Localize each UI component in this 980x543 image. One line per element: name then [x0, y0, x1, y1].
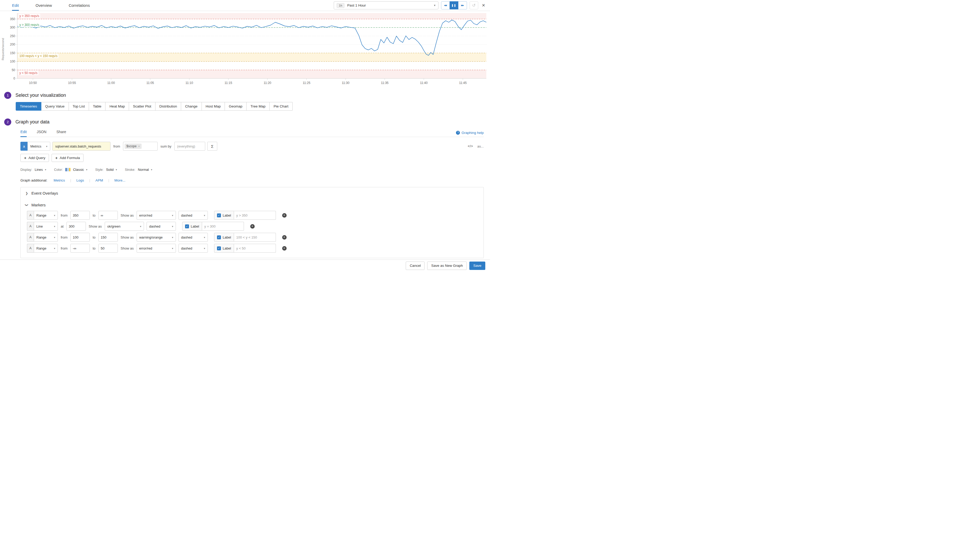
marker-to-input[interactable] [99, 211, 118, 220]
marker-type-select[interactable]: Line ▾ [34, 222, 58, 231]
pause-button[interactable]: ❚❚ [450, 1, 458, 10]
tab-edit[interactable]: Edit [12, 0, 19, 11]
viz-host-map-button[interactable]: Host Map [202, 102, 225, 111]
remove-scope-icon[interactable]: × [138, 144, 140, 148]
close-icon: ✕ [251, 225, 253, 227]
delete-marker-button[interactable]: ✕ [282, 235, 286, 240]
marker-show-as-select[interactable]: error/red ▾ [137, 211, 176, 220]
label-checkbox[interactable]: ✓ [217, 235, 221, 239]
style-select[interactable]: Solid ▾ [106, 168, 117, 171]
aggregator-sigma-button[interactable]: Σ [207, 142, 217, 151]
x-tick-label: 11:35 [381, 81, 388, 85]
editor-tab-share[interactable]: Share [56, 130, 66, 137]
marker-to-input[interactable] [99, 244, 118, 252]
delete-marker-button[interactable]: ✕ [282, 246, 286, 251]
viz-top-list-button[interactable]: Top List [69, 102, 89, 111]
code-view-icon[interactable]: </> [468, 144, 473, 148]
metric-input[interactable] [52, 142, 110, 151]
header-controls: 1h Past 1 Hour ▾ ◀◀ ❚❚ ▶▶ ↺ ✕ [334, 0, 485, 11]
viz-change-button[interactable]: Change [181, 102, 202, 111]
marker-line-style-select[interactable]: dashed ▾ [178, 233, 208, 242]
marker-from-input[interactable] [70, 211, 90, 220]
delete-marker-button[interactable]: ✕ [250, 224, 255, 229]
marker-line-style-select[interactable]: dashed ▾ [178, 244, 208, 252]
query-source-select[interactable]: Metrics ▾ [27, 142, 50, 151]
marker-to-input[interactable] [99, 233, 118, 242]
display-type-select[interactable]: Lines ▾ [35, 168, 46, 171]
marker-type-select[interactable]: Range ▾ [34, 211, 58, 220]
marker-label-input[interactable] [234, 244, 276, 252]
marker-line-style-value: dashed [149, 224, 161, 229]
viz-pie-chart-button[interactable]: Pie Chart [270, 102, 293, 111]
color-select[interactable]: Classic ▾ [65, 168, 88, 171]
sum-by-input[interactable]: (everything) [174, 142, 205, 151]
additional-logs-link[interactable]: Logs [76, 178, 84, 182]
viz-scatter-plot-button[interactable]: Scatter Plot [129, 102, 156, 111]
viz-heat-map-button[interactable]: Heat Map [105, 102, 129, 111]
additional-more-link[interactable]: More... [115, 178, 126, 182]
marker-line-style-select[interactable]: dashed ▾ [146, 222, 176, 231]
add-query-button[interactable]: + Add Query [21, 154, 49, 162]
marker-label-input[interactable] [234, 211, 276, 220]
y-tick-label: 0 [13, 77, 15, 80]
marker-type-select[interactable]: Range ▾ [34, 233, 58, 242]
marker-at-input[interactable] [67, 222, 86, 231]
chevron-down-icon: ▾ [172, 225, 173, 228]
time-range-select[interactable]: 1h Past 1 Hour ▾ [334, 1, 438, 10]
marker-show-as-select[interactable]: error/red ▾ [137, 244, 176, 252]
as-link[interactable]: as... [477, 144, 484, 148]
viz-query-value-button[interactable]: Query Value [41, 102, 69, 111]
viz-distribution-button[interactable]: Distribution [156, 102, 181, 111]
cancel-button[interactable]: Cancel [406, 262, 425, 270]
additional-metrics-link[interactable]: Metrics [54, 178, 65, 182]
marker-label-input[interactable] [202, 222, 244, 231]
scope-input[interactable]: $scope × [123, 142, 158, 151]
top-header: Edit Overview Correlations 1h Past 1 Hou… [0, 0, 490, 11]
label-checkbox[interactable]: ✓ [217, 246, 221, 250]
query-editor-row: a Metrics ▾ from $scope × sum by (everyt… [21, 142, 484, 151]
tab-overview[interactable]: Overview [36, 0, 52, 11]
close-button[interactable]: ✕ [482, 3, 485, 8]
marker-type-select[interactable]: Range ▾ [34, 244, 58, 252]
save-as-new-graph-button[interactable]: Save as New Graph [427, 262, 467, 270]
refresh-button[interactable]: ↺ [469, 1, 478, 10]
viz-tree-map-button[interactable]: Tree Map [247, 102, 270, 111]
label-checkbox[interactable]: ✓ [185, 224, 189, 229]
divider: | [108, 178, 109, 182]
forward-button[interactable]: ▶▶ [458, 1, 467, 10]
viz-timeseries-button[interactable]: Timeseries [16, 102, 41, 111]
timeseries-line[interactable] [17, 20, 486, 56]
timeseries-chart[interactable]: Requests/second 05010015020025030035010:… [0, 11, 490, 88]
viz-geomap-button[interactable]: Geomap [225, 102, 247, 111]
editor-tab-edit[interactable]: Edit [21, 130, 27, 137]
chevron-down-icon: ▾ [172, 214, 173, 217]
marker-show-as-value: warning/orange [139, 235, 163, 239]
markers-header[interactable]: ❯ Markers [21, 199, 484, 211]
tab-correlations[interactable]: Correlations [68, 0, 90, 11]
editor-tab-json[interactable]: JSON [37, 130, 46, 137]
marker-show-as-select[interactable]: ok/green ▾ [105, 222, 144, 231]
x-tick-label: 11:05 [146, 81, 154, 85]
additional-apm-link[interactable]: APM [95, 178, 103, 182]
marker-from-input[interactable] [70, 244, 90, 252]
display-options-row: Display: Lines ▾ Color: Classic ▾ Style:… [21, 168, 484, 171]
marker-from-input[interactable] [70, 233, 90, 242]
stroke-select[interactable]: Normal ▾ [138, 168, 152, 171]
marker-row: A Range ▾ from to Show as error/red ▾ da… [27, 244, 484, 252]
chevron-down-icon: ▾ [204, 236, 205, 239]
graphing-help-label: Graphing help [461, 131, 484, 135]
chart-canvas[interactable]: 05010015020025030035010:5010:5511:0011:0… [0, 11, 490, 87]
add-formula-button[interactable]: + Add Formula [52, 154, 83, 162]
scope-tag[interactable]: $scope × [125, 144, 142, 149]
marker-label-prefix: ✓ Label [214, 211, 234, 220]
rewind-button[interactable]: ◀◀ [441, 1, 450, 10]
save-button[interactable]: Save [469, 262, 485, 270]
marker-show-as-select[interactable]: warning/orange ▾ [137, 233, 176, 242]
marker-label-input[interactable] [234, 233, 276, 242]
event-overlays-header[interactable]: ❯ Event Overlays [21, 187, 484, 199]
viz-table-button[interactable]: Table [89, 102, 105, 111]
marker-line-style-select[interactable]: dashed ▾ [178, 211, 208, 220]
delete-marker-button[interactable]: ✕ [282, 213, 286, 218]
label-checkbox[interactable]: ✓ [217, 213, 221, 218]
graphing-help-link[interactable]: ? Graphing help [456, 131, 484, 137]
